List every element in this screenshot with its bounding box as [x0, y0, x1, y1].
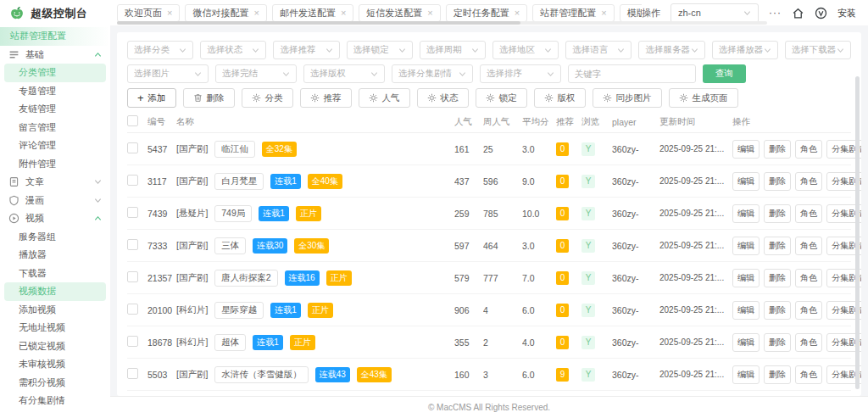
add-button[interactable]: +添加 [127, 88, 176, 108]
filter-player[interactable]: 选择播放器 [712, 41, 778, 59]
tab-scrollbar-thumb[interactable] [117, 21, 520, 25]
batch-copyright-button[interactable]: 版权 [534, 88, 586, 108]
sidebar-item-site-group-config[interactable]: 站群管理配置 [0, 27, 110, 46]
role-button[interactable]: 角色 [795, 365, 822, 384]
role-button[interactable]: 角色 [795, 140, 822, 159]
vertical-scrollbar[interactable] [855, 76, 860, 389]
video-name-box[interactable]: 白月梵星 [214, 173, 264, 190]
sidebar-item-episode-plot[interactable]: 有分集剧情 [0, 392, 110, 410]
select-all-checkbox[interactable] [127, 115, 138, 126]
batch-hits-button[interactable]: 人气 [359, 88, 410, 108]
tab-site-group-config[interactable]: 站群管理配置× [532, 4, 614, 22]
video-name-box[interactable]: 水浒传（李雪健版） [214, 366, 309, 383]
close-icon[interactable]: × [341, 8, 346, 18]
recommend-badge[interactable]: 9 [556, 368, 569, 382]
generate-page-button[interactable]: 生成页面 [669, 88, 738, 108]
row-checkbox[interactable] [127, 271, 138, 282]
filter-region[interactable]: 选择地区 [492, 41, 559, 59]
sidebar-item-article[interactable]: 文章 [0, 173, 110, 192]
filter-lock[interactable]: 选择锁定 [347, 41, 413, 59]
version-icon[interactable] [815, 7, 827, 20]
recommend-badge[interactable]: 0 [556, 175, 569, 188]
edit-button[interactable]: 编辑 [732, 301, 760, 320]
role-button[interactable]: 角色 [795, 237, 822, 255]
tab-wechat-config[interactable]: 微信对接配置× [185, 4, 266, 22]
sidebar-item-points-video[interactable]: 需积分视频 [0, 374, 110, 393]
sidebar-item-comment-manage[interactable]: 评论管理 [0, 137, 110, 155]
edit-button[interactable]: 编辑 [732, 140, 760, 159]
recommend-badge[interactable]: 0 [556, 271, 569, 285]
row-checkbox[interactable] [127, 239, 138, 250]
recommend-badge[interactable]: 0 [556, 336, 569, 349]
row-checkbox[interactable] [127, 336, 138, 347]
edit-button[interactable]: 编辑 [732, 365, 760, 384]
edit-button[interactable]: 编辑 [732, 269, 760, 287]
sidebar-item-server-group[interactable]: 服务器组 [0, 228, 110, 247]
browse-badge[interactable]: Y [581, 271, 595, 285]
sidebar-item-attachment-manage[interactable]: 附件管理 [0, 155, 110, 174]
batch-lock-button[interactable]: 锁定 [476, 88, 527, 108]
video-name-box[interactable]: 三体 [214, 237, 246, 254]
filter-language[interactable]: 选择语言 [565, 41, 632, 59]
video-name-box[interactable]: 临江仙 [214, 141, 255, 158]
tab-welcome[interactable]: 欢迎页面× [117, 4, 180, 22]
filter-copyright[interactable]: 选择版权 [303, 64, 385, 83]
browse-badge[interactable]: Y [581, 142, 595, 156]
delete-button[interactable]: 删除 [183, 88, 235, 108]
filter-finished[interactable]: 选择完结 [215, 64, 297, 83]
video-name-box[interactable]: 超体 [214, 334, 246, 351]
role-button[interactable]: 角色 [795, 172, 822, 191]
edit-button[interactable]: 编辑 [732, 237, 760, 255]
filter-image[interactable]: 选择图片 [127, 64, 209, 83]
browse-badge[interactable]: Y [581, 239, 595, 253]
delete-row-button[interactable]: 删除 [764, 333, 791, 352]
tab-sms-config[interactable]: 短信发送配置× [359, 4, 440, 22]
sidebar-item-topic-manage[interactable]: 专题管理 [0, 82, 110, 101]
browse-badge[interactable]: Y [581, 368, 595, 382]
sidebar-item-locked-video[interactable]: 已锁定视频 [0, 337, 110, 356]
role-button[interactable]: 角色 [795, 269, 822, 287]
role-button[interactable]: 角色 [795, 333, 822, 352]
tab-cron-config[interactable]: 定时任务配置× [446, 4, 527, 22]
delete-row-button[interactable]: 删除 [764, 301, 791, 320]
video-name-box[interactable]: 唐人街探案2 [214, 270, 277, 287]
close-icon[interactable]: × [427, 8, 432, 18]
delete-row-button[interactable]: 删除 [764, 204, 791, 223]
batch-category-button[interactable]: 分类 [242, 88, 293, 108]
delete-row-button[interactable]: 删除 [764, 140, 791, 159]
filter-server[interactable]: 选择服务器 [638, 41, 704, 59]
tab-scrollbar[interactable] [117, 21, 767, 25]
app-logo[interactable]: 超级控制台 [0, 0, 110, 27]
sidebar-item-downloader[interactable]: 下载器 [0, 265, 110, 283]
keyword-input[interactable] [568, 64, 696, 83]
recommend-badge[interactable]: 0 [556, 207, 569, 220]
language-select[interactable]: zh-cn [670, 3, 759, 23]
recommend-badge[interactable]: 0 [556, 239, 569, 253]
sidebar-item-category-manage[interactable]: 分类管理 [4, 64, 106, 82]
sidebar-item-links-manage[interactable]: 友链管理 [0, 100, 110, 119]
delete-row-button[interactable]: 删除 [764, 269, 791, 287]
browse-badge[interactable]: Y [581, 336, 595, 349]
close-icon[interactable]: × [253, 8, 259, 18]
browse-badge[interactable]: Y [581, 207, 595, 220]
close-icon[interactable]: × [167, 8, 172, 18]
sidebar-item-unaudited-video[interactable]: 未审核视频 [0, 355, 110, 374]
batch-recommend-button[interactable]: 推荐 [300, 88, 352, 108]
delete-row-button[interactable]: 删除 [764, 237, 791, 255]
sidebar-item-add-video[interactable]: 添加视频 [0, 301, 110, 320]
browse-badge[interactable]: Y [581, 304, 595, 317]
sidebar-item-basic[interactable]: 基础 [0, 46, 110, 64]
tab-template-admin[interactable]: 模版后台× [620, 4, 642, 22]
row-checkbox[interactable] [127, 175, 138, 186]
filter-episode-plot[interactable]: 选择分集剧情 [392, 64, 473, 83]
role-button[interactable]: 角色 [795, 301, 822, 320]
recommend-badge[interactable]: 0 [556, 304, 569, 317]
browse-badge[interactable]: Y [581, 175, 595, 188]
filter-sort[interactable]: 选择排序 [480, 64, 561, 83]
sidebar-item-no-url-video[interactable]: 无地址视频 [0, 319, 110, 337]
filter-status[interactable]: 选择状态 [200, 41, 266, 59]
install-button[interactable]: 安装 [837, 7, 856, 20]
close-icon[interactable]: × [515, 8, 520, 18]
sync-image-button[interactable]: 同步图片 [593, 88, 662, 108]
video-name-box[interactable]: 749局 [214, 205, 252, 222]
